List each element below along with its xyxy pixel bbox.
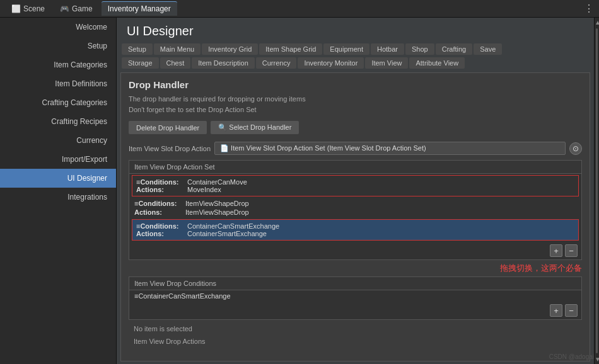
actions-line-2: Actions: ItemViewShapeDrop (134, 208, 576, 216)
top-bar: ⬜ Scene 🎮 Game Inventory Manager ⋮ (0, 0, 599, 18)
conditions-box: Item View Drop Conditions ≡ContainerCanS… (129, 276, 582, 320)
cond-line-1: ≡Conditions: ContainerCanMove (136, 178, 574, 186)
drop-item-row-1[interactable]: ≡Conditions: ContainerCanMove Actions: M… (132, 175, 579, 196)
conditions-value: ≡ContainerCanSmartExchange (129, 290, 581, 302)
conditions-add-button[interactable]: + (550, 304, 562, 317)
tab-inventory-monitor[interactable]: Inventory Monitor (298, 57, 364, 69)
drop-item-row-2[interactable]: ≡Conditions: ItemViewShapeDrop Actions: … (129, 198, 581, 218)
conditions-title: Item View Drop Conditions (129, 277, 581, 290)
sidebar-item-welcome[interactable]: Welcome (0, 18, 116, 37)
game-icon: 🎮 (60, 4, 69, 13)
no-item-text: No item is selected (129, 322, 582, 335)
tab-save[interactable]: Save (474, 43, 502, 55)
drop-action-circle-btn[interactable]: ⊙ (569, 142, 582, 155)
tab-currency[interactable]: Currency (256, 57, 297, 69)
sidebar-item-crafting-recipes[interactable]: Crafting Recipes (0, 112, 116, 131)
drop-item-row-3[interactable]: ≡Conditions: ContainerCanSmartExchange A… (132, 219, 579, 241)
actions-line-1: Actions: MoveIndex (136, 186, 574, 193)
tab-item-shape-grid[interactable]: Item Shape Grid (259, 43, 322, 55)
tab-shop[interactable]: Shop (405, 43, 434, 55)
scene-tab[interactable]: ⬜ Scene (5, 2, 51, 16)
inventory-manager-tab[interactable]: Inventory Manager (102, 1, 177, 16)
tab-attribute-view[interactable]: Attribute View (409, 57, 465, 69)
sidebar-item-integrations[interactable]: Integrations (0, 188, 116, 207)
tab-storage[interactable]: Storage (122, 57, 159, 69)
drop-set-add-button[interactable]: + (550, 244, 562, 257)
scroll-up-arrow[interactable]: ▲ (595, 18, 599, 27)
drop-set-plus-minus: + − (129, 242, 581, 259)
drop-action-value: 📄 Item View Slot Drop Action Set (Item V… (214, 142, 566, 155)
conditions-remove-button[interactable]: − (565, 304, 578, 317)
drop-set-title: Item View Drop Action Set (129, 161, 581, 174)
game-tab[interactable]: 🎮 Game (54, 2, 99, 16)
cond-line-3: ≡Conditions: ContainerCanSmartExchange (136, 222, 574, 230)
menu-dots-icon[interactable]: ⋮ (584, 3, 594, 14)
content-area: UI Designer Setup Main Menu Inventory Gr… (117, 18, 594, 364)
drop-action-row: Item View Slot Drop Action 📄 Item View S… (129, 142, 582, 155)
scroll-down-arrow[interactable]: ▼ (595, 355, 599, 364)
tab-row-2: Storage Chest Item Description Currency … (117, 56, 594, 70)
chinese-note: 拖拽切换，这两个必备 (129, 263, 582, 274)
scene-icon: ⬜ (11, 4, 21, 13)
tab-item-view[interactable]: Item View (365, 57, 408, 69)
panel-desc: The drop handler is required for droppin… (129, 94, 582, 115)
tab-row-1: Setup Main Menu Inventory Grid Item Shap… (117, 42, 594, 56)
drop-actions-label: Item View Drop Actions (129, 335, 582, 348)
actions-line-3: Actions: ContainerSmartExchange (136, 230, 574, 237)
sidebar-item-currency[interactable]: Currency (0, 131, 116, 150)
main-layout: Welcome Setup Item Categories Item Defin… (0, 18, 599, 364)
panel: Drop Handler The drop handler is require… (120, 72, 590, 361)
tab-setup[interactable]: Setup (122, 43, 153, 55)
tab-main-menu[interactable]: Main Menu (154, 43, 201, 55)
cond-line-2: ≡Conditions: ItemViewShapeDrop (134, 200, 576, 207)
action-buttons-row: Delete Drop Handler 🔍 Select Drop Handle… (129, 121, 582, 134)
tab-hotbar[interactable]: Hotbar (371, 43, 404, 55)
delete-drop-handler-button[interactable]: Delete Drop Handler (129, 121, 207, 134)
sidebar: Welcome Setup Item Categories Item Defin… (0, 18, 117, 364)
scroll-indicator: ▲ ▼ (594, 18, 599, 364)
drop-action-label: Item View Slot Drop Action (129, 145, 211, 152)
watermark: CSDN @adogai (549, 353, 594, 360)
tab-inventory-grid[interactable]: Inventory Grid (202, 43, 258, 55)
panel-title: Drop Handler (129, 79, 582, 90)
sidebar-item-ui-designer[interactable]: UI Designer (0, 169, 116, 188)
drop-set-box: Item View Drop Action Set ≡Conditions: C… (129, 160, 582, 260)
sidebar-item-setup[interactable]: Setup (0, 37, 116, 55)
tab-crafting[interactable]: Crafting (436, 43, 473, 55)
conditions-plus-minus: + − (129, 302, 581, 319)
tab-equipment[interactable]: Equipment (323, 43, 369, 55)
sidebar-item-item-definitions[interactable]: Item Definitions (0, 74, 116, 93)
scroll-thumb[interactable] (596, 28, 598, 353)
select-drop-handler-button[interactable]: 🔍 Select Drop Handler (211, 121, 299, 134)
sidebar-item-crafting-categories[interactable]: Crafting Categories (0, 93, 116, 112)
tab-item-description[interactable]: Item Description (192, 57, 254, 69)
drop-set-remove-button[interactable]: − (565, 244, 578, 257)
designer-title: UI Designer (117, 18, 594, 42)
sidebar-item-item-categories[interactable]: Item Categories (0, 55, 116, 74)
tab-chest[interactable]: Chest (160, 57, 191, 69)
sidebar-item-import-export[interactable]: Import/Export (0, 150, 116, 169)
